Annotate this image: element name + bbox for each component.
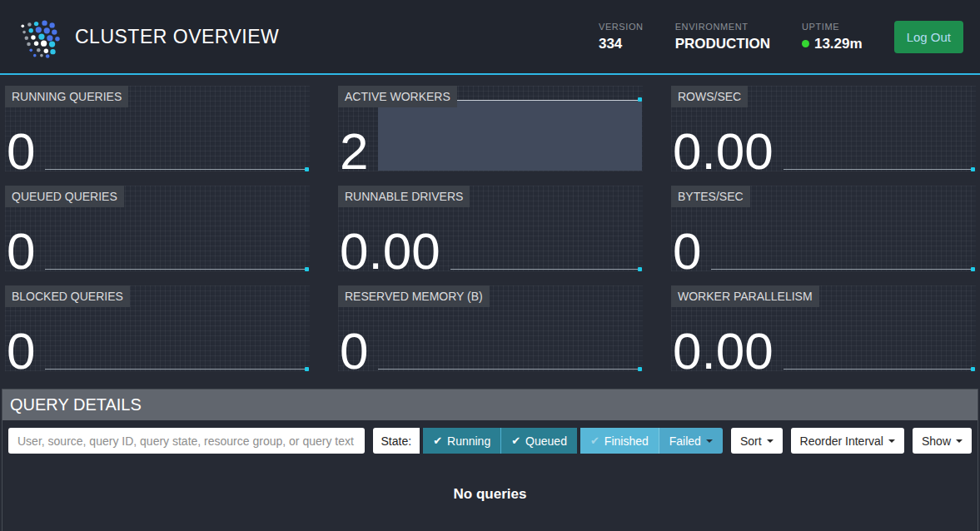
- uptime-stat: UPTIME 13.29m: [802, 22, 863, 52]
- tile-label: BYTES/SEC: [671, 186, 750, 207]
- tile-active-workers: ACTIVE WORKERS 2: [338, 86, 643, 171]
- check-icon: ✔: [433, 434, 442, 447]
- sparkline-dot-icon: [638, 367, 642, 371]
- cluster-stat-tiles: RUNNING QUERIES 0 ACTIVE WORKERS 2 ROWS/…: [5, 86, 976, 371]
- state-filter-queued[interactable]: ✔ Queued: [500, 428, 577, 454]
- presto-logo-icon[interactable]: [17, 15, 65, 58]
- sparkline-chart: [45, 300, 309, 370]
- tile-label: RESERVED MEMORY (B): [338, 285, 490, 307]
- tile-value: 0: [673, 226, 701, 277]
- tile-bytes-sec: BYTES/SEC 0: [671, 186, 976, 271]
- tile-value: 0.00: [340, 226, 440, 277]
- app-header: CLUSTER OVERVIEW VERSION 334 ENVIRONMENT…: [0, 0, 980, 75]
- environment-label: ENVIRONMENT: [675, 22, 770, 32]
- tile-value: 0.00: [673, 126, 774, 177]
- state-filter-finished[interactable]: ✔ Finished: [580, 428, 659, 454]
- sparkline-dot-icon: [305, 367, 309, 371]
- sort-label: Sort: [740, 434, 762, 448]
- state-filter-failed-dropdown[interactable]: Failed: [659, 428, 723, 454]
- sparkline-chart: [378, 300, 642, 370]
- tile-value: 2: [340, 126, 368, 177]
- page-title: CLUSTER OVERVIEW: [75, 26, 279, 48]
- caret-down-icon: [706, 439, 713, 443]
- uptime-label: UPTIME: [802, 22, 863, 32]
- sparkline-dot-icon: [971, 267, 975, 271]
- tile-label: WORKER PARALLELISM: [671, 285, 819, 307]
- tile-value: 0: [340, 325, 368, 377]
- caret-down-icon: [956, 439, 963, 443]
- state-filter-finished-label: Finished: [604, 434, 649, 448]
- check-icon: ✔: [511, 434, 520, 447]
- tile-blocked-queries: BLOCKED QUERIES 0: [5, 285, 310, 371]
- sparkline-dot-icon: [305, 267, 309, 271]
- sparkline-dot-icon: [638, 97, 642, 102]
- tile-label: RUNNING QUERIES: [5, 86, 128, 107]
- uptime-value: 13.29m: [814, 36, 863, 52]
- tile-label: ROWS/SEC: [671, 86, 748, 107]
- tile-rows-sec: ROWS/SEC 0.00: [671, 86, 976, 171]
- check-icon: ✔: [590, 434, 599, 447]
- tile-reserved-memory: RESERVED MEMORY (B) 0: [338, 285, 643, 371]
- logout-button[interactable]: Log Out: [894, 21, 963, 53]
- state-filter-failed-label: Failed: [669, 434, 701, 448]
- tile-value: 0: [7, 126, 35, 177]
- uptime-value-row: 13.29m: [802, 36, 863, 52]
- tile-label: QUEUED QUERIES: [5, 186, 124, 207]
- uptime-status-dot-icon: [802, 40, 809, 47]
- reorder-interval-dropdown-button[interactable]: Reorder Interval: [791, 428, 904, 454]
- query-search-input[interactable]: [8, 428, 365, 454]
- state-filter-running-label: Running: [447, 434, 490, 448]
- tile-value: 0: [7, 226, 35, 277]
- sparkline-chart: [378, 100, 642, 171]
- sparkline-chart: [450, 201, 642, 270]
- tile-value: 0.00: [673, 325, 774, 377]
- no-queries-message: No queries: [454, 486, 527, 502]
- tile-running-queries: RUNNING QUERIES 0: [5, 86, 310, 171]
- sparkline-chart: [711, 201, 975, 270]
- state-filter-queued-label: Queued: [525, 434, 567, 448]
- tile-queued-queries: QUEUED QUERIES 0: [5, 186, 310, 271]
- state-filter-group: State: ✔ Running ✔ Queued ✔ Finished Fai…: [373, 428, 723, 454]
- version-value: 334: [599, 36, 644, 52]
- sparkline-chart: [784, 101, 975, 171]
- sparkline-dot-icon: [638, 267, 642, 271]
- show-dropdown-button[interactable]: Show: [913, 428, 972, 454]
- sparkline-dot-icon: [971, 367, 975, 371]
- header-stats: VERSION 334 ENVIRONMENT PRODUCTION UPTIM…: [599, 21, 963, 53]
- state-filter-running[interactable]: ✔ Running: [423, 428, 500, 454]
- version-label: VERSION: [599, 22, 644, 32]
- reorder-interval-label: Reorder Interval: [800, 434, 883, 448]
- query-details-title: QUERY DETAILS: [2, 390, 978, 420]
- tile-label: BLOCKED QUERIES: [5, 285, 130, 307]
- tile-worker-parallelism: WORKER PARALLELISM 0.00: [671, 285, 976, 371]
- version-stat: VERSION 334: [599, 22, 644, 52]
- state-filter-label: State:: [373, 428, 420, 454]
- sparkline-dot-icon: [305, 167, 309, 171]
- environment-stat: ENVIRONMENT PRODUCTION: [675, 22, 770, 52]
- environment-value: PRODUCTION: [675, 36, 770, 52]
- caret-down-icon: [767, 439, 774, 443]
- show-label: Show: [922, 434, 951, 448]
- sort-dropdown-button[interactable]: Sort: [731, 428, 783, 454]
- query-details-panel: QUERY DETAILS State: ✔ Running ✔ Queued …: [2, 389, 978, 531]
- sparkline-chart: [784, 300, 975, 370]
- query-list-empty-state: No queries: [2, 460, 978, 531]
- tile-label: ACTIVE WORKERS: [338, 86, 457, 107]
- query-toolbar: State: ✔ Running ✔ Queued ✔ Finished Fai…: [2, 420, 978, 460]
- sparkline-dot-icon: [971, 167, 975, 171]
- tile-label: RUNNABLE DRIVERS: [338, 186, 470, 207]
- tile-value: 0: [7, 325, 35, 377]
- caret-down-icon: [888, 439, 895, 443]
- sparkline-chart: [45, 101, 309, 171]
- tile-runnable-drivers: RUNNABLE DRIVERS 0.00: [338, 186, 643, 271]
- sparkline-chart: [45, 201, 309, 270]
